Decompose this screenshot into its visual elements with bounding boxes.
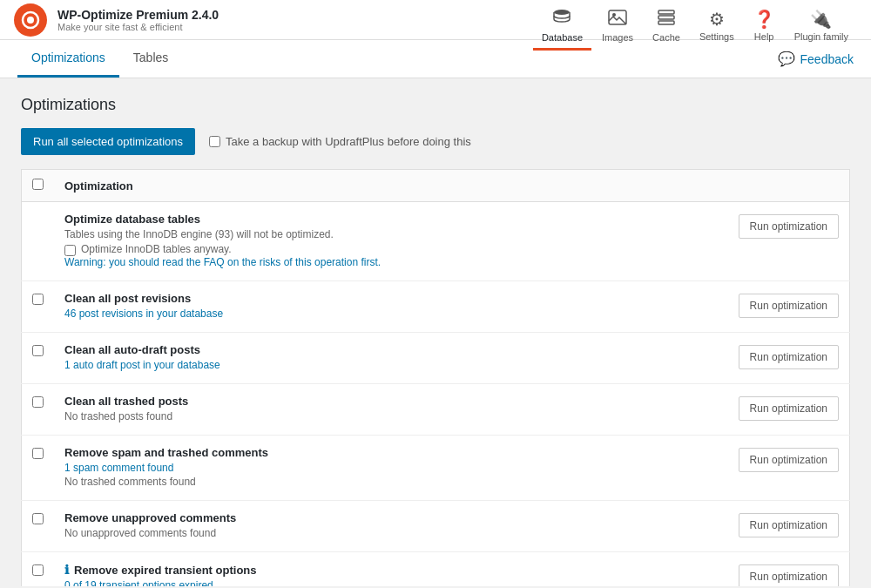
run-all-button[interactable]: Run all selected optimizations xyxy=(21,128,195,155)
table-row: Clean all post revisions 46 post revisio… xyxy=(22,281,850,333)
svg-rect-7 xyxy=(658,21,674,24)
images-icon xyxy=(608,9,627,30)
opt-desc: No trashed posts found xyxy=(64,410,721,422)
table-row: Clean all trashed posts No trashed posts… xyxy=(22,384,850,436)
database-icon xyxy=(552,9,571,30)
feedback-icon: 💬 xyxy=(778,51,795,67)
tabs-left: Optimizations Tables xyxy=(17,40,182,78)
opt-sub-checkbox-row: Optimize InnoDB tables anyway. xyxy=(64,242,721,256)
row-checkbox[interactable] xyxy=(32,396,44,408)
svg-point-2 xyxy=(554,10,570,15)
run-optimization-button[interactable]: Run optimization xyxy=(739,448,839,472)
opt-row-content: Remove unapproved comments No unapproved… xyxy=(64,511,721,541)
header: WP-Optimize Premium 2.4.0 Make your site… xyxy=(0,0,871,40)
post-revisions-link[interactable]: 46 post revisions in your database xyxy=(64,308,223,320)
opt-row-right: Run optimization xyxy=(739,343,839,369)
svg-rect-6 xyxy=(658,16,674,19)
run-optimization-button[interactable]: Run optimization xyxy=(739,214,839,239)
innodb-label: Optimize InnoDB tables anyway. xyxy=(81,243,232,255)
tab-tables[interactable]: Tables xyxy=(119,40,182,78)
opt-row-left: ℹ Remove expired transient options 0 of … xyxy=(64,563,721,586)
row-checkbox[interactable] xyxy=(32,345,44,356)
opt-row-right: Run optimization xyxy=(739,292,839,318)
nav-plugin-family[interactable]: 🔌 Plugin family xyxy=(786,3,857,50)
main-content: Optimizations Run all selected optimizat… xyxy=(0,78,871,586)
opt-row-left: Clean all post revisions 46 post revisio… xyxy=(64,292,721,321)
backup-checkbox-text: Take a backup with UpdraftPlus before do… xyxy=(226,135,471,148)
opt-link-desc: 0 of 19 transient options expired xyxy=(64,579,721,586)
help-icon: ❓ xyxy=(753,9,775,30)
warning-link[interactable]: Warning: you should read the FAQ on the … xyxy=(64,256,381,268)
nav-help[interactable]: ❓ Help xyxy=(745,3,784,50)
spam-link[interactable]: 1 spam comment found xyxy=(64,462,173,474)
opt-row-content: Clean all post revisions 46 post revisio… xyxy=(64,292,721,321)
nav-settings-label: Settings xyxy=(699,31,734,42)
opt-desc2: No trashed comments found xyxy=(64,476,721,488)
select-all-checkbox[interactable] xyxy=(32,179,44,190)
auto-draft-link[interactable]: 1 auto draft post in your database xyxy=(64,359,220,371)
transient-link[interactable]: 0 of 19 transient options expired xyxy=(64,579,213,586)
opt-row-left: Remove spam and trashed comments 1 spam … xyxy=(64,446,721,490)
opt-row-right: Run optimization xyxy=(739,213,839,239)
table-header-optimization: Optimization xyxy=(54,170,850,202)
nav-plugin-family-label: Plugin family xyxy=(794,31,848,42)
run-optimization-button[interactable]: Run optimization xyxy=(739,564,839,586)
opt-title: ℹ Remove expired transient options xyxy=(64,563,721,577)
opt-row-right: Run optimization xyxy=(739,511,839,537)
table-row: Remove unapproved comments No unapproved… xyxy=(22,501,850,552)
optimizations-table: Optimization Optimize database tables Ta… xyxy=(21,169,850,586)
svg-point-1 xyxy=(27,17,34,24)
opt-title: Clean all auto-draft posts xyxy=(64,343,721,356)
opt-row-right: Run optimization xyxy=(739,395,839,421)
opt-link-desc: 1 spam comment found xyxy=(64,462,721,474)
opt-row-left: Optimize database tables Tables using th… xyxy=(64,213,721,270)
run-optimization-button[interactable]: Run optimization xyxy=(739,294,839,318)
run-optimization-button[interactable]: Run optimization xyxy=(739,396,839,421)
innodb-checkbox[interactable] xyxy=(64,245,76,256)
plugin-tagline: Make your site fast & efficient xyxy=(57,22,219,32)
opt-row-content: Clean all trashed posts No trashed posts… xyxy=(64,395,721,424)
run-optimization-button[interactable]: Run optimization xyxy=(739,345,839,369)
nav-database-label: Database xyxy=(542,32,583,43)
backup-checkbox[interactable] xyxy=(209,136,220,147)
logo-icon xyxy=(14,3,47,37)
nav-database[interactable]: Database xyxy=(533,3,591,51)
opt-warning: Warning: you should read the FAQ on the … xyxy=(64,256,721,268)
run-optimization-button[interactable]: Run optimization xyxy=(739,513,839,537)
opt-row-inner: Remove spam and trashed comments 1 spam … xyxy=(54,436,849,500)
opt-row-inner: Remove unapproved comments No unapproved… xyxy=(54,501,849,551)
nav-images[interactable]: Images xyxy=(593,3,642,51)
tab-optimizations[interactable]: Optimizations xyxy=(17,40,119,78)
page-title: Optimizations xyxy=(21,96,850,114)
nav-help-label: Help xyxy=(754,31,774,42)
plugin-name: WP-Optimize Premium 2.4.0 xyxy=(57,8,219,22)
opt-row-inner: ℹ Remove expired transient options 0 of … xyxy=(54,552,849,586)
opt-row-left: Clean all trashed posts No trashed posts… xyxy=(64,395,721,424)
opt-row-left: Clean all auto-draft posts 1 auto draft … xyxy=(64,343,721,373)
row-checkbox[interactable] xyxy=(32,564,44,576)
plugin-family-icon: 🔌 xyxy=(810,9,832,30)
row-checkbox[interactable] xyxy=(32,448,44,459)
opt-row-right: Run optimization xyxy=(739,563,839,586)
opt-row-content: Clean all auto-draft posts 1 auto draft … xyxy=(64,343,721,373)
action-bar: Run all selected optimizations Take a ba… xyxy=(21,128,850,155)
nav-icons: Database Images xyxy=(533,3,857,51)
nav-settings[interactable]: ⚙ Settings xyxy=(691,3,743,50)
opt-row-inner: Optimize database tables Tables using th… xyxy=(54,202,849,280)
nav-cache[interactable]: Cache xyxy=(644,3,689,51)
opt-row-inner: Clean all trashed posts No trashed posts… xyxy=(54,384,849,435)
opt-title: Remove spam and trashed comments xyxy=(64,446,721,459)
opt-desc: Tables using the InnoDB engine (93) will… xyxy=(64,228,721,240)
table-row: Clean all auto-draft posts 1 auto draft … xyxy=(22,333,850,384)
backup-checkbox-label[interactable]: Take a backup with UpdraftPlus before do… xyxy=(209,135,471,148)
opt-row-content: Remove spam and trashed comments 1 spam … xyxy=(64,446,721,490)
settings-icon: ⚙ xyxy=(709,9,725,30)
opt-title: Remove unapproved comments xyxy=(64,511,721,524)
table-row: Remove spam and trashed comments 1 spam … xyxy=(22,436,850,501)
opt-title: Clean all post revisions xyxy=(64,292,721,305)
logo-area: WP-Optimize Premium 2.4.0 Make your site… xyxy=(14,3,219,37)
opt-desc: No unapproved comments found xyxy=(64,527,721,539)
row-checkbox[interactable] xyxy=(32,294,44,305)
row-checkbox[interactable] xyxy=(32,513,44,524)
feedback-button[interactable]: 💬 Feedback xyxy=(778,51,854,67)
